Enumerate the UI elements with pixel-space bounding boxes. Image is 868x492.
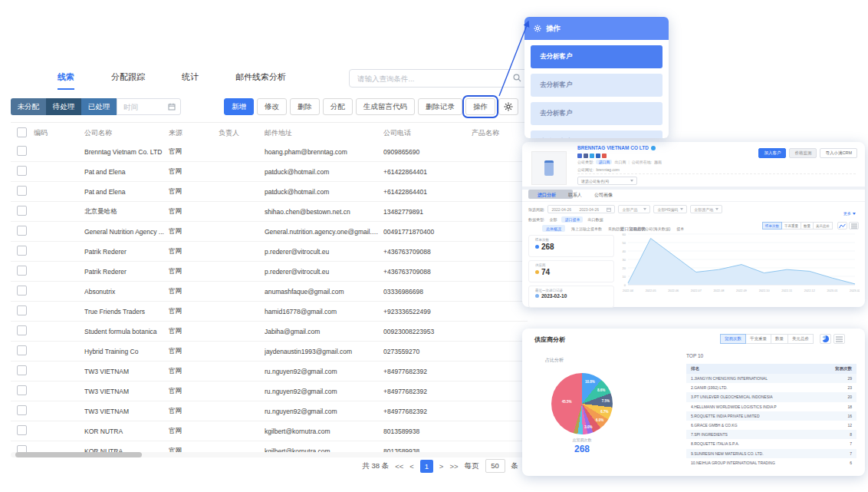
social-icon[interactable] [584,154,588,158]
website-value[interactable]: brenntag.com [596,167,620,172]
select-all-checkbox[interactable] [17,127,27,137]
pie-chart-icon[interactable] [820,334,831,344]
analyze-customer-button[interactable]: 去分析客户 [531,130,663,138]
table-row[interactable]: Brenntag Vietnam Co. LTD官网hoang.pham@bre… [11,142,528,162]
more-link[interactable]: 更多 [843,211,856,216]
table-row[interactable]: Hybrid Training Co官网jaydenaustin1993@gma… [11,342,528,362]
filter-select[interactable]: 全部产品 [618,205,650,213]
row-checkbox[interactable] [17,246,27,256]
social-icon[interactable] [596,154,600,158]
social-icon[interactable] [602,154,607,158]
company-action-button[interactable]: 加入客户 [758,148,786,158]
toolbar-button[interactable]: 删除记录 [418,98,462,115]
table-row[interactable]: Patrik Rederer官网p.rederer@vitrocult.eu+4… [11,262,528,282]
top10-row[interactable]: 2.GANIR (1992) LTD.23 [686,383,856,392]
row-checkbox[interactable] [17,425,27,435]
settings-gear-button[interactable] [498,98,518,115]
top10-row[interactable]: 10.NEIHUA GROUP INTERNATIONAL TRADING6 [686,458,856,467]
trend-metric-toggle[interactable]: 提单次数 [762,222,782,229]
top10-row[interactable]: 8.ROQUETTE ITALIA S.P.A.7 [686,439,856,448]
top10-row[interactable]: 7.SPI INGREDIENTS8 [686,430,856,439]
search-input[interactable] [349,69,528,88]
supplier-metric-toggle[interactable]: 美元总价 [787,334,814,344]
filter-select[interactable]: 全部原产地 [690,205,722,213]
search-icon[interactable] [513,74,521,82]
row-checkbox[interactable] [17,266,27,276]
first-page-button[interactable]: << [395,462,403,471]
top10-row[interactable]: 3.PT UNILEVER OLEOCHEMICAL INDONESIA20 [686,392,856,401]
row-checkbox[interactable] [17,226,27,236]
table-row[interactable]: KOR NUTRA官网kgilbert@kornutra.com80135899… [11,421,528,441]
line-chart-icon[interactable] [837,222,847,229]
horizontal-scrollbar[interactable] [11,452,528,457]
operations-button[interactable]: 操作 [465,98,495,115]
company-action-button[interactable]: 价格监测 [789,148,817,158]
row-checkbox[interactable] [17,405,27,415]
social-icon[interactable] [577,154,582,158]
table-row[interactable]: 北京曼哈格官网shihao.chen@bestown.net.cn1348277… [11,202,528,222]
table-row[interactable]: General Nutrition Agency ...官网General.nu… [11,222,528,242]
toolbar-button[interactable]: 分配 [323,98,353,115]
filter-select[interactable]: 全部HS编码 [653,205,687,213]
main-tab[interactable]: 统计 [182,71,199,90]
per-page-select[interactable]: 50 [485,459,505,473]
current-page[interactable]: 1 [420,460,433,473]
analyze-customer-button[interactable]: 去分析客户 [531,74,663,97]
list-view-icon[interactable] [833,334,845,344]
top10-row[interactable]: 5.ROQUETTE INDIA PRIVATE LIMITED16 [686,411,856,421]
row-checkbox[interactable] [17,186,27,196]
top10-row[interactable]: 1.JIANGYIN CHENGXING INTERNATIONAL29 [686,374,856,383]
table-row[interactable]: Pat and Elena官网patduck@hotmail.com+61422… [11,182,528,202]
toolbar-button[interactable]: 删除 [290,98,320,115]
time-filter[interactable] [117,98,181,115]
time-input[interactable] [122,102,165,112]
toolbar-button[interactable]: 新增 [224,98,254,115]
row-checkbox[interactable] [17,305,27,315]
top10-row[interactable]: 9.SUNRESIN NEW MATERIALS CO. LTD.7 [686,449,856,458]
row-checkbox[interactable] [17,385,27,395]
supplier-metric-toggle[interactable]: 贸易次数 [720,334,746,344]
analysis-subtab[interactable]: 总体概况 [542,225,565,232]
table-row[interactable]: TW3 VIETNAM官网ru.nguyen92@gmail.com+84977… [11,381,528,401]
table-row[interactable]: Student formula botanica官网Jabiha@gmail.c… [11,322,528,342]
social-icon[interactable] [590,154,594,158]
company-role-select[interactable]: 请选公司角色(4) [577,177,637,185]
date-range-picker[interactable]: 2022-04-26 2023-04-26 [547,205,615,213]
trend-metric-toggle[interactable]: 美元总价 [813,222,833,229]
toolbar-button[interactable]: 生成留言代码 [356,98,415,115]
row-checkbox[interactable] [17,325,27,335]
table-row[interactable]: Patrik Rederer官网p.rederer@vitrocult.eu+4… [11,242,528,262]
main-tab[interactable]: 线索 [58,71,74,90]
main-tab[interactable]: 邮件线索分析 [235,71,286,90]
row-checkbox[interactable] [17,166,27,176]
next-page-button[interactable]: > [439,462,444,471]
table-row[interactable]: Absonutrix官网anumashfaque@gmail.com033369… [11,282,528,302]
status-filter-button[interactable]: 已处理 [81,98,117,115]
status-filter-button[interactable]: 未分配 [11,98,46,115]
datatype-option[interactable]: 进口提单 [561,216,583,223]
trend-metric-toggle[interactable]: 千克重量 [781,222,801,229]
top10-row[interactable]: 4.HELLMANN WORLDWIDE LOGISTICS INDIA P18 [686,402,856,411]
supplier-metric-toggle[interactable]: 千克重量 [745,334,771,344]
table-row[interactable]: TW3 VIETNAM官网ru.nguyen92@gmail.com+84977… [11,362,528,381]
company-action-button[interactable]: 导入小满CRM [820,148,857,158]
top10-row[interactable]: 6.GRACE GMBH & CO.KG12 [686,421,856,430]
datatype-option[interactable]: 出口数据 [587,217,603,222]
prev-page-button[interactable]: < [409,462,414,471]
status-filter-button[interactable]: 待处理 [46,98,81,115]
row-checkbox[interactable] [17,206,27,216]
datatype-option[interactable]: 全部 [549,217,557,222]
table-row[interactable]: TW3 VIETNAM官网ru.nguyen92@gmail.com+84977… [11,401,528,421]
table-row[interactable]: True Friends Traders官网hamid16778@gmail.c… [11,302,528,322]
row-checkbox[interactable] [17,286,27,296]
supplier-metric-toggle[interactable]: 数量 [771,334,788,344]
table-row[interactable]: Pat and Elena官网patduck@hotmail.com+61422… [11,162,528,182]
analysis-subtab[interactable]: 海上运输之提单数 [571,226,602,231]
scrollbar-thumb[interactable] [15,452,142,457]
row-checkbox[interactable] [17,365,27,375]
analyze-customer-button[interactable]: 去分析客户 [531,45,663,68]
list-view-icon[interactable] [849,222,859,229]
last-page-button[interactable]: >> [449,462,458,471]
analyze-customer-button[interactable]: 去分析客户 [531,102,663,125]
toolbar-button[interactable]: 修改 [257,98,287,115]
